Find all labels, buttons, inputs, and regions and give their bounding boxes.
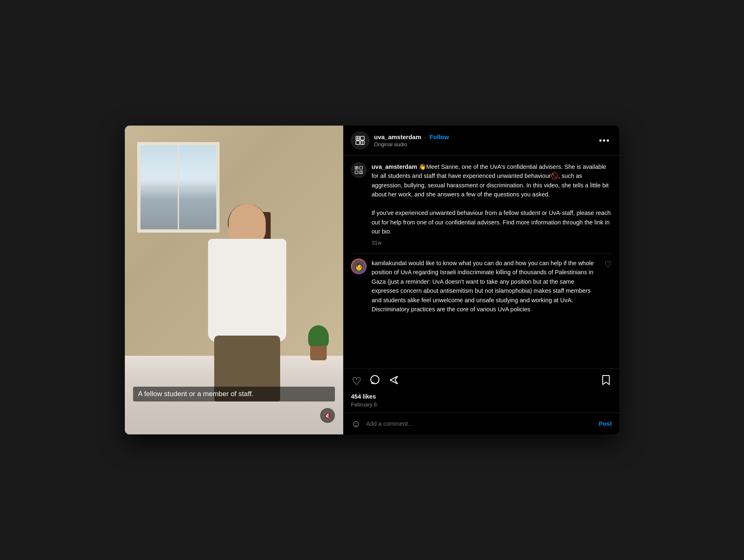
comment-button[interactable] [369, 374, 381, 389]
svg-point-14 [371, 376, 379, 384]
post-date: February 6 [351, 401, 612, 408]
comment-like-button[interactable]: ♡ [604, 259, 612, 314]
svg-rect-10 [360, 166, 363, 169]
commenter-avatar-inner: 👩 [352, 259, 366, 273]
header-username[interactable]: uva_amsterdam [374, 133, 421, 140]
more-options-button[interactable]: ••• [597, 136, 612, 145]
caption-timestamp: 31w [372, 240, 612, 246]
user-comment-block: 👩 kamilakundaI would like to know what y… [351, 259, 612, 314]
post-header: uva_amsterdam · Follow Original audio ••… [344, 126, 619, 156]
action-icons-row: ♡ [351, 374, 612, 389]
commenter-username[interactable]: kamilakunda [372, 260, 405, 266]
bookmark-button[interactable] [600, 374, 612, 389]
post-caption-block: uva_amsterdam👋Meet Sanne, one of the UvA… [351, 162, 612, 246]
content-panel: uva_amsterdam · Follow Original audio ••… [343, 126, 619, 434]
post-account-avatar[interactable] [351, 162, 367, 178]
uva-small-logo-icon [354, 166, 363, 175]
share-icon [388, 375, 399, 385]
likes-count: 454 likes [351, 393, 612, 400]
comments-divider [351, 253, 612, 254]
like-button[interactable]: ♡ [351, 374, 362, 389]
video-panel: A fellow student or a member of staff. 🔇 [125, 126, 343, 434]
header-top: uva_amsterdam · Follow [374, 133, 592, 140]
comment-input[interactable] [366, 420, 594, 427]
person-body [208, 239, 286, 342]
user-comment-body: kamilakundaI would like to know what you… [372, 259, 599, 314]
mute-icon[interactable]: 🔇 [320, 408, 335, 423]
header-separator: · [424, 133, 426, 140]
header-info: uva_amsterdam · Follow Original audio [374, 133, 592, 147]
comments-area[interactable]: uva_amsterdam👋Meet Sanne, one of the UvA… [344, 156, 619, 369]
add-comment-area: ☺ Post [344, 413, 619, 434]
account-avatar[interactable] [351, 131, 369, 149]
commenter-avatar[interactable]: 👩 [351, 259, 367, 274]
svg-rect-11 [355, 171, 358, 174]
instagram-modal: A fellow student or a member of staff. 🔇 [125, 126, 619, 434]
user-comment-text: kamilakundaI would like to know what you… [372, 259, 599, 314]
post-actions: ♡ 454 likes [344, 369, 619, 413]
caption-username[interactable]: uva_amsterdam [372, 163, 417, 170]
bookmark-icon [601, 375, 611, 385]
svg-rect-4 [356, 141, 360, 145]
emoji-picker-button[interactable]: ☺ [351, 418, 361, 429]
uva-logo-icon [354, 135, 366, 146]
caption-body: uva_amsterdam👋Meet Sanne, one of the UvA… [372, 162, 612, 246]
person [181, 204, 313, 401]
svg-rect-3 [360, 136, 364, 140]
follow-button[interactable]: Follow [429, 133, 449, 140]
comment-icon [370, 375, 380, 385]
video-subtitle: A fellow student or a member of staff. [133, 387, 335, 401]
post-comment-button[interactable]: Post [599, 420, 612, 427]
share-button[interactable] [388, 374, 400, 389]
caption-text: uva_amsterdam👋Meet Sanne, one of the UvA… [372, 162, 612, 236]
audio-label: Original audio [374, 141, 592, 147]
